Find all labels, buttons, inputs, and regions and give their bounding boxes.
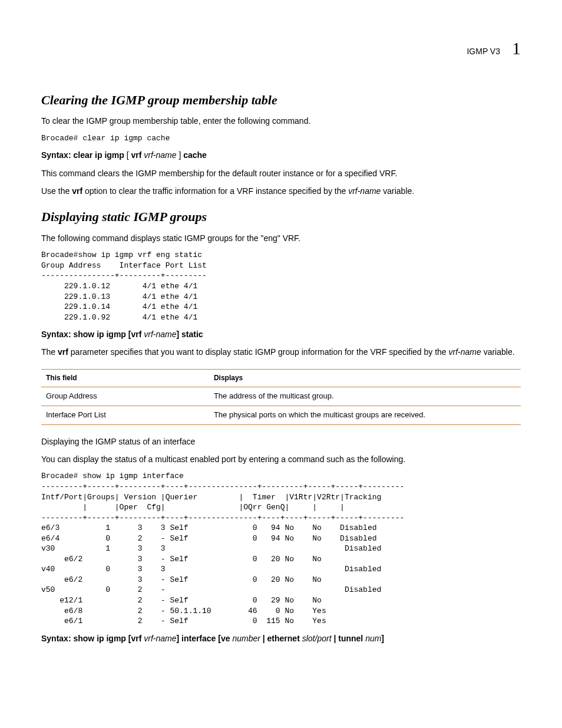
syntax-bracket-open: [ bbox=[124, 150, 131, 160]
section-title-displaying: Displaying static IGMP groups bbox=[41, 207, 521, 226]
cell-field: Group Address bbox=[41, 387, 209, 406]
p2-a: Use the bbox=[41, 186, 72, 196]
header-topic: IGMP V3 bbox=[467, 45, 500, 57]
section2-p2: Displaying the IGMP status of an interfa… bbox=[41, 436, 521, 447]
syntax3-a: show ip igmp [vrf bbox=[73, 634, 144, 643]
section2-p1: The vrf parameter specifies that you wan… bbox=[41, 346, 521, 358]
syntax-cmd: clear ip igmp bbox=[73, 150, 124, 160]
chapter-number: 1 bbox=[512, 35, 521, 61]
syntax3-vrfname: vrf-name bbox=[144, 634, 176, 643]
p2-vrf: vrf bbox=[72, 186, 82, 196]
syntax3-e: ] bbox=[381, 634, 384, 643]
syntax-a: show ip igmp bbox=[73, 330, 125, 339]
field-table: This field Displays Group Address The ad… bbox=[41, 369, 521, 425]
p1-vrf: vrf bbox=[58, 347, 68, 357]
table-row: Interface Port List The physical ports o… bbox=[41, 406, 521, 424]
syntax3-c: | ethernet bbox=[260, 634, 302, 643]
p2-c: variable. bbox=[381, 186, 414, 196]
page-header: IGMP V3 1 bbox=[41, 35, 521, 61]
p2-vrfname: vrf-name bbox=[348, 186, 381, 196]
syntax-bracket-close: ] bbox=[177, 150, 184, 160]
syntax-vrfname: vrf-name bbox=[144, 330, 176, 339]
syntax3-label: Syntax: bbox=[41, 634, 71, 643]
th-displays: Displays bbox=[214, 374, 243, 382]
syntax3-slotport: slot/port bbox=[302, 634, 332, 643]
syntax-clear-igmp: Syntax: clear ip igmp [ vrf vrf-name ] c… bbox=[41, 149, 521, 161]
syntax-vrfname: vrf-name bbox=[144, 150, 176, 160]
table-header-row: This field Displays bbox=[41, 369, 521, 387]
syntax3-b: ] interface [ve bbox=[176, 634, 232, 643]
code-show-static: Brocade#show ip igmp vrf eng static Grou… bbox=[41, 250, 521, 322]
section1-p2: Use the vrf option to clear the traffic … bbox=[41, 185, 521, 197]
p1-b: parameter specifies that you want to dis… bbox=[68, 347, 449, 357]
section2-intro: The following command displays static IG… bbox=[41, 232, 521, 244]
p1-c: variable. bbox=[481, 347, 515, 357]
table-row: Group Address The address of the multica… bbox=[41, 387, 521, 406]
syntax-vrf: vrf bbox=[131, 150, 142, 160]
syntax-cache: cache bbox=[183, 150, 207, 160]
section-title-clearing: Clearing the IGMP group membership table bbox=[41, 91, 521, 110]
syntax-label: Syntax: bbox=[41, 330, 71, 339]
syntax-show-interface: Syntax: show ip igmp [vrf vrf-name] inte… bbox=[41, 633, 521, 644]
code-clear-igmp: Brocade# clear ip igmp cache bbox=[41, 133, 521, 144]
p1-a: The bbox=[41, 347, 58, 357]
p1-vrfname: vrf-name bbox=[449, 347, 481, 357]
syntax3-num: num bbox=[365, 634, 381, 643]
syntax-label: Syntax: bbox=[41, 150, 71, 160]
cell-displays: The physical ports on which the multicas… bbox=[209, 406, 521, 424]
section2-p3: You can display the status of a multicas… bbox=[41, 453, 521, 465]
syntax3-d: | tunnel bbox=[332, 634, 366, 643]
syntax3-number: number bbox=[232, 634, 260, 643]
code-show-interface: Brocade# show ip igmp interface --------… bbox=[41, 471, 521, 626]
syntax-b: [vrf bbox=[126, 330, 144, 339]
p2-b: option to clear the traffic information … bbox=[82, 186, 348, 196]
section1-intro: To clear the IGMP group membership table… bbox=[41, 115, 521, 127]
syntax-c: ] static bbox=[177, 330, 203, 339]
th-field: This field bbox=[46, 374, 77, 382]
cell-field: Interface Port List bbox=[41, 406, 209, 424]
syntax-show-static: Syntax: show ip igmp [vrf vrf-name] stat… bbox=[41, 328, 521, 340]
cell-displays: The address of the multicast group. bbox=[209, 387, 521, 406]
section1-p1: This command clears the IGMP membership … bbox=[41, 167, 521, 179]
